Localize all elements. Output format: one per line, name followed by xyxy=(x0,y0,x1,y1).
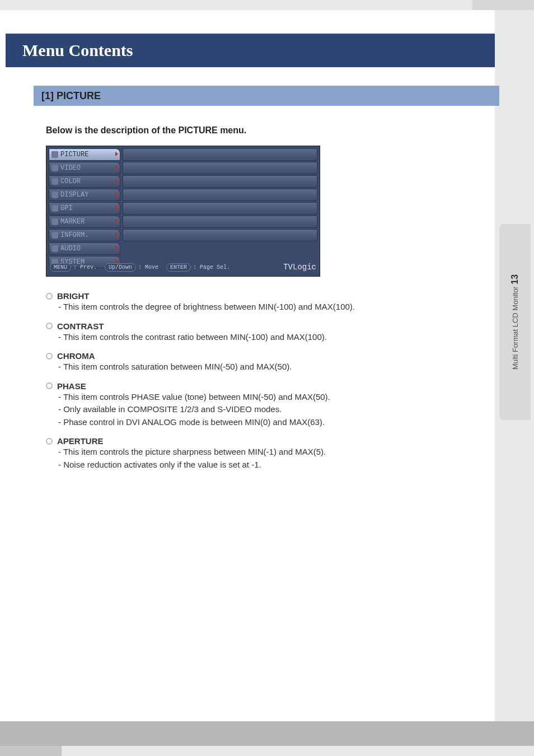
item-title: APERTURE xyxy=(57,436,104,446)
side-tab-inner: Multi Format LCD Monitor 13 xyxy=(510,274,520,370)
osd-tab-arrow-icon xyxy=(115,219,118,223)
item-line: - Noise reduction activates only if the … xyxy=(58,459,489,472)
osd-tab-gpi: GPI xyxy=(49,202,120,214)
item-title: CHROMA xyxy=(57,351,95,361)
item-line: - Only available in COMPOSITE 1/2/3 and … xyxy=(58,403,489,416)
osd-row xyxy=(123,202,317,214)
osd-footer-menu-label: : Prev. xyxy=(73,264,97,270)
item-line: - This item controls the contrast ratio … xyxy=(58,331,489,344)
osd-row xyxy=(123,175,317,188)
osd-tab-arrow-icon xyxy=(115,179,118,183)
osd-rows xyxy=(123,148,317,258)
osd-tab-audio: AUDIO xyxy=(49,242,120,255)
osd-tab-video: VIDEO xyxy=(49,162,120,174)
content: Below is the description of the PICTURE … xyxy=(46,122,489,474)
item-line: - Phase control in DVI ANALOG mode is be… xyxy=(58,416,489,429)
osd-tab-label: VIDEO xyxy=(60,164,81,172)
osd-tab-icon xyxy=(51,218,58,225)
osd-tab-label: GPI xyxy=(60,204,73,212)
osd-tab-arrow-icon xyxy=(115,206,118,210)
section-label: [1] PICTURE xyxy=(41,90,101,102)
osd-screenshot: PICTUREVIDEOCOLORDISPLAYGPIMARKERINFORM.… xyxy=(46,146,320,277)
item-head: APERTURE xyxy=(46,436,489,446)
bullet-icon xyxy=(46,293,53,300)
item-phase: PHASE- This item controls PHASE value (t… xyxy=(46,381,489,429)
bullet-icon xyxy=(46,438,53,445)
osd-tab-label: AUDIO xyxy=(60,245,81,253)
osd-tab-list: PICTUREVIDEOCOLORDISPLAYGPIMARKERINFORM.… xyxy=(49,148,120,258)
item-body: - This item controls the picture sharpne… xyxy=(58,446,489,471)
item-head: CONTRAST xyxy=(46,321,489,331)
osd-tab-icon xyxy=(51,192,58,198)
osd-footer-enter-key: ENTER xyxy=(166,263,191,272)
item-bright: BRIGHT- This item controls the degree of… xyxy=(46,291,489,314)
osd-row xyxy=(123,229,317,241)
osd-tab-label: INFORM. xyxy=(60,231,88,239)
bullet-icon xyxy=(46,353,53,360)
item-title: PHASE xyxy=(57,381,86,391)
osd-tab-arrow-icon xyxy=(115,152,118,156)
osd-tab-icon xyxy=(51,245,58,252)
item-head: PHASE xyxy=(46,381,489,391)
osd-tab-label: COLOR xyxy=(60,178,81,185)
osd-tab-icon xyxy=(51,205,58,212)
items-list: BRIGHT- This item controls the degree of… xyxy=(46,291,489,471)
osd-tab-color: COLOR xyxy=(49,175,120,188)
item-body: - This item controls saturation between … xyxy=(58,361,489,374)
item-body: - This item controls PHASE value (tone) … xyxy=(58,391,489,429)
item-body: - This item controls the contrast ratio … xyxy=(58,331,489,344)
osd-tab-inform: INFORM. xyxy=(49,229,120,241)
item-line: - This item controls the picture sharpne… xyxy=(58,446,489,459)
osd-footer-brand: TVLogic xyxy=(283,263,316,272)
page: Menu Contents [1] PICTURE Below is the d… xyxy=(0,0,534,756)
osd-tab-label: DISPLAY xyxy=(60,191,88,199)
item-body: - This item controls the degree of brigh… xyxy=(58,301,489,314)
osd-footer-enter-label: : Page Sel. xyxy=(193,264,230,270)
osd-tab-icon xyxy=(51,232,58,239)
bullet-icon xyxy=(46,382,53,389)
osd-tab-arrow-icon xyxy=(115,165,118,170)
item-title: BRIGHT xyxy=(57,291,90,301)
osd-footer-updown-key: Up/Down xyxy=(105,263,136,272)
item-contrast: CONTRAST- This item controls the contras… xyxy=(46,321,489,344)
osd-tab-icon xyxy=(51,151,58,158)
osd-tab-icon xyxy=(51,165,58,171)
osd-footer: MENU : Prev. Up/Down : Move ENTER : Page… xyxy=(50,262,316,273)
osd-tab-picture: PICTURE xyxy=(49,148,120,161)
item-aperture: APERTURE- This item controls the picture… xyxy=(46,436,489,471)
side-tab-page: 13 xyxy=(510,274,519,284)
osd-tab-arrow-icon xyxy=(115,246,118,250)
osd-tab-marker: MARKER xyxy=(49,216,120,228)
item-line: - This item controls PHASE value (tone) … xyxy=(58,391,489,404)
sheet: Menu Contents [1] PICTURE Below is the d… xyxy=(0,10,495,746)
header-title: Menu Contents xyxy=(22,41,133,60)
osd-tab-label: PICTURE xyxy=(60,151,88,158)
osd-footer-menu-key: MENU xyxy=(50,263,71,272)
item-head: CHROMA xyxy=(46,351,489,361)
osd-row xyxy=(123,162,317,174)
bottom-bar xyxy=(0,721,534,746)
section-bar: [1] PICTURE xyxy=(34,86,499,106)
osd-tab-arrow-icon xyxy=(115,232,118,237)
osd-footer-updown-label: : Move xyxy=(138,264,158,270)
side-tab: Multi Format LCD Monitor 13 xyxy=(499,224,531,420)
side-tab-text: Multi Format LCD Monitor xyxy=(511,286,519,370)
item-line: - This item controls the degree of brigh… xyxy=(58,301,489,314)
item-chroma: CHROMA- This item controls saturation be… xyxy=(46,351,489,374)
bullet-icon xyxy=(46,323,53,329)
osd-tab-icon xyxy=(51,178,58,185)
item-line: - This item controls saturation between … xyxy=(58,361,489,374)
osd-row xyxy=(123,216,317,228)
osd-tab-label: MARKER xyxy=(60,218,85,226)
osd-tab-display: DISPLAY xyxy=(49,189,120,201)
item-head: BRIGHT xyxy=(46,291,489,301)
item-title: CONTRAST xyxy=(57,321,104,331)
osd-row xyxy=(123,148,317,161)
trim-bottom-left xyxy=(0,746,62,756)
osd-row xyxy=(123,189,317,201)
header-bar: Menu Contents xyxy=(6,34,495,67)
intro-text: Below is the description of the PICTURE … xyxy=(46,125,489,136)
osd-tab-arrow-icon xyxy=(115,192,118,197)
trim-top-right xyxy=(472,0,534,10)
